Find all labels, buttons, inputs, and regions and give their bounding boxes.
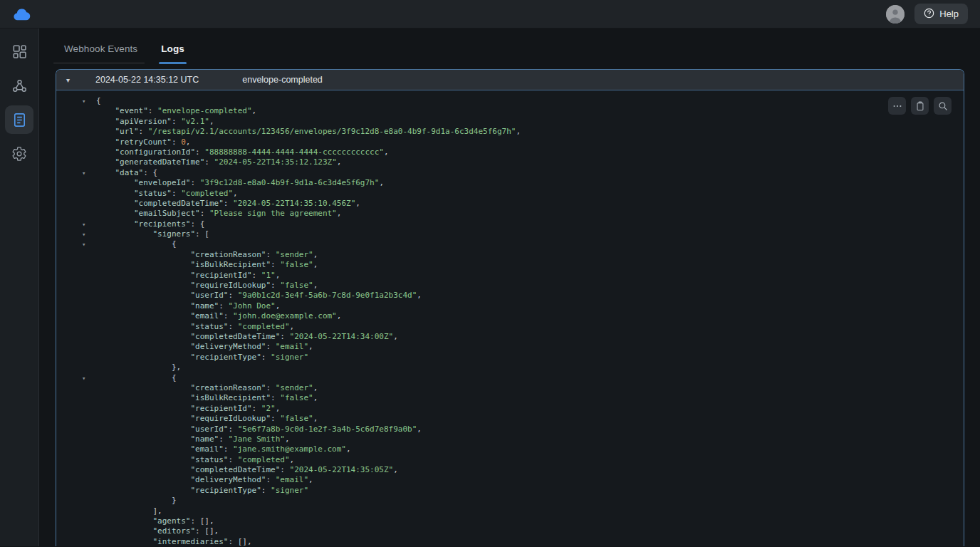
log-timestamp: 2024-05-22 14:35:12 UTC — [95, 75, 199, 85]
gutter-spacer — [82, 106, 96, 116]
json-line-text: "creationReason": "sender", — [96, 383, 318, 393]
json-line: ▾{ — [56, 373, 964, 383]
sidebar-item-logs[interactable] — [5, 105, 33, 134]
json-panel: ▾{"event": "envelope-completed","apiVers… — [56, 90, 964, 546]
json-line-text: { — [96, 373, 177, 383]
log-event-name: envelope-completed — [242, 75, 323, 85]
gutter-spacer — [82, 260, 96, 270]
help-button[interactable]: Help — [914, 4, 968, 24]
gutter-spacer — [82, 444, 96, 454]
json-line-text: "recipients": { — [96, 219, 204, 229]
copy-button[interactable] — [911, 97, 929, 115]
gutter-spacer — [82, 383, 96, 393]
json-line: "recipientType": "signer" — [56, 353, 964, 363]
gutter-spacer — [82, 301, 96, 311]
tab-logs[interactable]: Logs — [161, 28, 184, 69]
json-line: "email": "jane.smith@example.com", — [56, 444, 964, 454]
gutter-spacer — [82, 332, 96, 342]
json-line: "isBulkRecipient": "false", — [56, 393, 964, 403]
json-line-text: "deliveryMethod": "email", — [96, 475, 313, 485]
cloud-logo[interactable] — [12, 6, 31, 22]
json-line: "completedDateTime": "2024-05-22T14:35:0… — [56, 465, 964, 475]
user-avatar[interactable] — [886, 5, 905, 24]
tab-inactive-underline — [53, 63, 145, 63]
gutter-spacer — [82, 127, 96, 137]
tab-webhook-events-label: Webhook Events — [64, 43, 137, 54]
collapse-caret-icon[interactable]: ▾ — [82, 96, 96, 106]
json-line-text: "retryCount": 0, — [96, 137, 190, 147]
gutter-spacer — [82, 178, 96, 188]
json-line-text: "status": "completed", — [96, 322, 294, 332]
json-line-text: "completedDateTime": "2024-05-22T14:34:0… — [96, 332, 398, 342]
json-line: ▾"signers": [ — [56, 229, 964, 239]
json-line-text: "status": "completed", — [96, 455, 294, 465]
collapse-caret-icon[interactable]: ▾ — [66, 76, 73, 84]
search-button[interactable] — [934, 97, 952, 115]
sidebar-item-settings[interactable] — [5, 140, 33, 168]
json-line-text: "recipientId": "2", — [96, 404, 280, 414]
gutter-spacer — [82, 506, 96, 516]
document-icon — [11, 112, 28, 128]
gutter-spacer — [82, 434, 96, 444]
json-line: "userId": "5e6f7a8b-9c0d-1e2f-3a4b-5c6d7… — [56, 424, 964, 434]
json-line-text: "url": "/restapi/v2.1/accounts/123456/en… — [96, 127, 521, 137]
json-line-text: }, — [96, 363, 181, 373]
more-button[interactable] — [888, 97, 906, 115]
more-icon — [892, 101, 902, 111]
gutter-spacer — [82, 311, 96, 321]
collapse-caret-icon[interactable]: ▾ — [82, 168, 96, 178]
json-line-text: "event": "envelope-completed", — [96, 106, 256, 116]
json-line: ▾{ — [56, 239, 964, 249]
collapse-caret-icon[interactable]: ▾ — [82, 373, 96, 383]
json-line-text: "creationReason": "sender", — [96, 250, 318, 260]
gutter-spacer — [82, 322, 96, 332]
json-line-text: { — [96, 239, 177, 249]
json-line: "email": "john.doe@example.com", — [56, 311, 964, 321]
json-line: "name": "John Doe", — [56, 301, 964, 311]
collapse-caret-icon[interactable]: ▾ — [82, 239, 96, 249]
collapse-caret-icon[interactable]: ▾ — [82, 219, 96, 229]
gutter-spacer — [82, 250, 96, 260]
sidebar — [0, 28, 39, 546]
sidebar-item-connections[interactable] — [5, 71, 33, 100]
json-line-text: "recipientType": "signer" — [96, 486, 308, 496]
json-line: "status": "completed", — [56, 455, 964, 465]
json-line-text: "agents": [], — [96, 516, 214, 526]
json-line-text: "configurationId": "88888888-4444-4444-4… — [96, 147, 389, 157]
json-line: "isBulkRecipient": "false", — [56, 260, 964, 270]
log-entry-header[interactable]: ▾ 2024-05-22 14:35:12 UTC envelope-compl… — [56, 70, 964, 90]
gutter-spacer — [82, 526, 96, 536]
gutter-spacer — [82, 117, 96, 127]
gutter-spacer — [82, 465, 96, 475]
json-line: "recipientType": "signer" — [56, 486, 964, 496]
question-circle-icon — [924, 8, 934, 21]
gutter-spacer — [82, 537, 96, 546]
gutter-spacer — [82, 137, 96, 147]
gutter-spacer — [82, 414, 96, 424]
dashboard-icon — [11, 43, 28, 60]
json-line: "recipientId": "2", — [56, 404, 964, 414]
json-line: "editors": [], — [56, 526, 964, 536]
gutter-spacer — [82, 353, 96, 363]
json-line: "retryCount": 0, — [56, 137, 964, 147]
gutter-spacer — [82, 291, 96, 301]
json-line-text: "intermediaries": [], — [96, 537, 252, 546]
gutter-spacer — [82, 404, 96, 414]
json-line: "intermediaries": [], — [56, 537, 964, 546]
sidebar-item-dashboard[interactable] — [5, 37, 33, 66]
json-line: "creationReason": "sender", — [56, 383, 964, 393]
json-line-text: "isBulkRecipient": "false", — [96, 260, 318, 270]
help-label: Help — [939, 9, 959, 19]
json-line-text: "name": "Jane Smith", — [96, 434, 290, 444]
collapse-caret-icon[interactable]: ▾ — [82, 229, 96, 239]
copy-icon — [915, 101, 925, 111]
json-line-text: { — [96, 96, 101, 106]
tab-webhook-events[interactable]: Webhook Events — [64, 28, 137, 69]
tab-active-underline — [159, 62, 187, 64]
tab-bar: Webhook Events Logs — [39, 28, 980, 69]
json-line-text: } — [96, 496, 177, 506]
json-line: "event": "envelope-completed", — [56, 106, 964, 116]
json-line-text: "requireIdLookup": "false", — [96, 414, 318, 424]
json-line-text: "recipientType": "signer" — [96, 353, 308, 363]
gear-icon — [11, 146, 27, 162]
